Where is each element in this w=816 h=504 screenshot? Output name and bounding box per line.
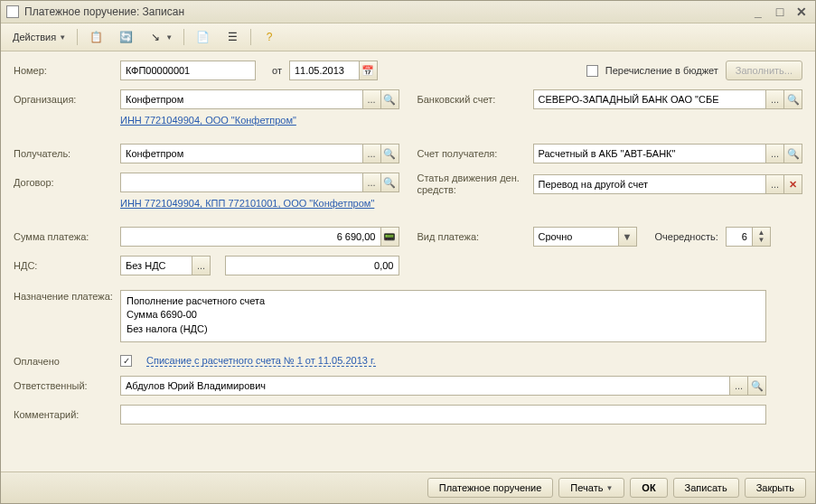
open-button[interactable]: 🔍 xyxy=(748,376,766,396)
open-button[interactable]: 🔍 xyxy=(784,89,802,109)
paid-label: Оплачено xyxy=(14,356,113,367)
separator xyxy=(250,29,251,45)
list-icon: ☰ xyxy=(225,30,239,44)
spinner-button[interactable]: ▲▼ xyxy=(753,227,771,247)
report-button[interactable]: 📄 xyxy=(189,26,216,48)
print-label: Печать xyxy=(570,482,603,493)
contract-field[interactable] xyxy=(120,173,363,192)
refresh-icon: 🔄 xyxy=(118,30,133,44)
recipient-account-field[interactable] xyxy=(533,144,767,163)
select-button[interactable]: ... xyxy=(766,174,784,194)
select-button[interactable]: ... xyxy=(730,376,748,396)
calculator-button[interactable]: 📟 xyxy=(381,227,399,247)
goto-button[interactable]: ↘▼ xyxy=(142,26,179,48)
maximize-button[interactable]: □ xyxy=(772,5,788,19)
refresh-button[interactable]: 🔄 xyxy=(112,26,139,48)
amount-field[interactable] xyxy=(120,227,381,247)
select-button[interactable]: ... xyxy=(363,89,381,109)
close-footer-button[interactable]: Закрыть xyxy=(745,478,806,498)
report-icon: 📄 xyxy=(195,30,210,44)
organization-field[interactable] xyxy=(120,89,363,109)
organization-link[interactable]: ИНН 7721049904, ООО "Конфетпром" xyxy=(120,115,296,126)
priority-field[interactable] xyxy=(726,227,753,247)
chevron-down-icon: ▼ xyxy=(59,33,66,42)
recipient-field[interactable] xyxy=(120,144,363,163)
list-button[interactable]: ☰ xyxy=(219,26,246,48)
calendar-icon: 📅 xyxy=(361,65,374,77)
number-label: Номер: xyxy=(14,65,113,76)
save-button[interactable]: Записать xyxy=(673,478,739,498)
purpose-label: Назначение платежа: xyxy=(14,290,113,303)
goto-icon: ↘ xyxy=(148,30,163,44)
payment-type-field[interactable] xyxy=(533,227,619,247)
recipient-label: Получатель: xyxy=(14,148,113,159)
footer: Платежное поручение Печать ▼ ОК Записать… xyxy=(1,471,815,503)
date-field[interactable] xyxy=(289,61,360,80)
open-button[interactable]: 🔍 xyxy=(784,144,802,163)
actions-menu[interactable]: Действия ▼ xyxy=(6,28,72,46)
bank-account-label: Банковский счет: xyxy=(417,94,526,105)
select-button[interactable]: ... xyxy=(766,144,784,163)
titlebar: Платежное поручение: Записан _ □ ✕ xyxy=(1,1,815,23)
responsible-label: Ответственный: xyxy=(14,380,113,391)
budget-checkbox[interactable] xyxy=(586,65,598,77)
chevron-down-icon: ▼ xyxy=(165,33,173,42)
close-button[interactable]: ✕ xyxy=(793,5,810,19)
help-icon: ? xyxy=(262,30,277,44)
purpose-field[interactable] xyxy=(120,290,766,342)
select-button[interactable]: ... xyxy=(363,173,381,192)
form-body: Номер: от 📅 Перечисление в бюджет Заполн… xyxy=(1,51,815,471)
comment-label: Комментарий: xyxy=(14,409,113,420)
bank-account-field[interactable] xyxy=(533,89,767,109)
amount-label: Сумма платежа: xyxy=(14,231,113,242)
open-button[interactable]: 🔍 xyxy=(381,173,399,192)
post-button[interactable]: 📋 xyxy=(82,26,109,48)
separator xyxy=(77,29,78,45)
document-icon xyxy=(6,5,19,18)
post-icon: 📋 xyxy=(89,30,103,44)
paid-checkbox[interactable]: ✓ xyxy=(120,355,132,367)
cashflow-field[interactable] xyxy=(533,174,767,194)
minimize-button[interactable]: _ xyxy=(750,5,766,19)
select-button[interactable]: ... xyxy=(363,144,381,163)
actions-label: Действия xyxy=(13,32,56,42)
vat-amount-field[interactable] xyxy=(225,256,399,275)
calendar-button[interactable]: 📅 xyxy=(360,61,378,80)
paid-link[interactable]: Списание с расчетного счета № 1 от 11.05… xyxy=(146,355,376,367)
vat-label: НДС: xyxy=(14,260,113,271)
recipient-account-label: Счет получателя: xyxy=(417,148,526,159)
toolbar: Действия ▼ 📋 🔄 ↘▼ 📄 ☰ ? xyxy=(1,23,815,51)
open-button[interactable]: 🔍 xyxy=(381,89,399,109)
organization-label: Организация: xyxy=(14,94,113,105)
dropdown-button[interactable]: ▼ xyxy=(619,227,637,247)
clear-icon: ✕ xyxy=(789,179,797,191)
payment-order-button[interactable]: Платежное поручение xyxy=(427,478,554,498)
responsible-field[interactable] xyxy=(120,376,730,396)
vat-type-field[interactable] xyxy=(120,256,192,275)
calculator-icon: 📟 xyxy=(383,231,396,243)
recipient-link[interactable]: ИНН 7721049904, КПП 772101001, ООО "Конф… xyxy=(120,198,374,209)
from-label: от xyxy=(272,65,282,76)
select-button[interactable]: ... xyxy=(766,89,784,109)
comment-field[interactable] xyxy=(120,405,766,425)
separator xyxy=(183,29,184,45)
ok-button[interactable]: ОК xyxy=(630,478,667,498)
open-button[interactable]: 🔍 xyxy=(381,144,399,163)
help-button[interactable]: ? xyxy=(256,26,283,48)
chevron-down-icon: ▼ xyxy=(623,231,633,242)
print-button[interactable]: Печать ▼ xyxy=(558,478,624,498)
window-title: Платежное поручение: Записан xyxy=(24,5,745,18)
select-button[interactable]: ... xyxy=(192,256,211,275)
fill-button[interactable]: Заполнить... xyxy=(726,61,802,80)
chevron-down-icon: ▼ xyxy=(605,484,613,492)
number-field[interactable] xyxy=(120,61,256,80)
contract-label: Договор: xyxy=(14,177,113,188)
clear-button[interactable]: ✕ xyxy=(784,174,802,194)
payment-type-label: Вид платежа: xyxy=(417,231,526,242)
priority-label: Очередность: xyxy=(655,231,718,242)
cashflow-label: Статья движения ден. средств: xyxy=(417,173,526,196)
chevron-down-icon: ▼ xyxy=(757,237,764,244)
budget-label: Перечисление в бюджет xyxy=(605,65,718,76)
